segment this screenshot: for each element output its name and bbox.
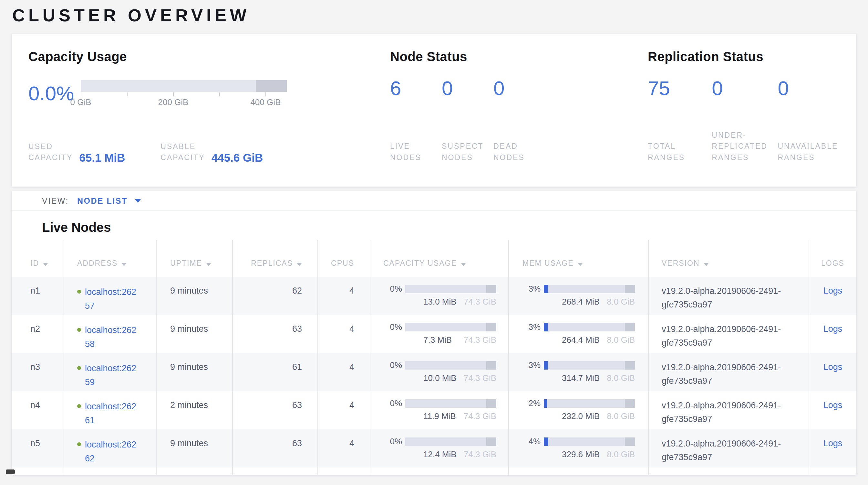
node-capacity-usage: 0% 7.3 MiB 74.3 GiB: [370, 315, 508, 353]
node-address-link[interactable]: localhost:26262: [77, 438, 139, 465]
capacity-axis-ticks: [81, 92, 287, 97]
sort-icon: [43, 263, 48, 266]
node-address-link[interactable]: localhost:26261: [77, 400, 139, 427]
view-bar: VIEW: NODE LIST: [11, 191, 857, 211]
usable-capacity-value: 445.6 GiB: [212, 152, 263, 164]
unavailable-ranges-label: UNAVAILABLE RANGES: [778, 141, 855, 163]
node-uptime: 9 minutes: [156, 429, 232, 467]
node-id: n1: [11, 277, 64, 315]
logs-link[interactable]: Logs: [824, 362, 842, 372]
node-id: n4: [11, 391, 64, 429]
node-capacity-usage: 0% 12.4 MiB 74.3 GiB: [370, 429, 508, 467]
view-dropdown[interactable]: NODE LIST: [77, 196, 128, 206]
node-address-cell: localhost:26257: [64, 277, 156, 315]
node-version: v19.2.0-alpha.20190606-2491-gfe735c9a97: [648, 277, 809, 315]
column-header-capacity-usage[interactable]: CAPACITY USAGE: [370, 240, 508, 277]
under-replicated-ranges-value: 0: [712, 78, 768, 98]
node-replicas: 63: [232, 391, 317, 429]
logs-link[interactable]: Logs: [824, 400, 842, 410]
used-capacity-stat: USED CAPACITY 65.1 MiB: [28, 141, 125, 163]
node-cpus: 4: [317, 277, 370, 315]
node-mem-usage: 3% 314.7 MiB 8.0 GiB: [508, 353, 648, 391]
capacity-meter: [405, 323, 496, 332]
suspect-nodes-value: 0: [442, 78, 484, 98]
live-status-icon: [77, 404, 81, 408]
node-cpus: 4: [317, 315, 370, 353]
node-uptime: 9 minutes: [156, 315, 232, 353]
node-logs-cell: Logs: [809, 391, 857, 429]
capacity-bar-dark-segment: [256, 80, 287, 92]
live-status-icon: [77, 328, 81, 332]
node-capacity-usage: 0% 11.9 MiB 74.3 GiB: [370, 391, 508, 429]
column-header-address[interactable]: ADDRESS: [64, 240, 156, 277]
node-id: n3: [11, 353, 64, 391]
view-label: VIEW:: [42, 196, 69, 206]
sort-icon: [578, 263, 583, 266]
node-id: n5: [11, 429, 64, 467]
node-cpus: 4: [317, 391, 370, 429]
unavailable-ranges-value: 0: [778, 78, 855, 98]
node-address-cell: localhost:26258: [64, 315, 156, 353]
node-address-link[interactable]: localhost:26259: [77, 362, 139, 389]
scrollbar-thumb[interactable]: [6, 469, 15, 474]
logs-link[interactable]: Logs: [824, 438, 842, 448]
under-replicated-ranges-stat: 0 UNDER-REPLICATED RANGES: [712, 78, 768, 163]
capacity-meter: [405, 399, 496, 408]
node-capacity-usage: 0% 13.0 MiB 74.3 GiB: [370, 277, 508, 315]
mem-meter: [544, 361, 635, 370]
node-logs-cell: Logs: [809, 315, 857, 353]
live-nodes-stat: 6 LIVE NODES: [390, 78, 432, 163]
used-capacity-label: USED CAPACITY: [28, 141, 73, 163]
logs-link[interactable]: Logs: [824, 286, 842, 295]
column-header-replicas[interactable]: REPLICAS: [232, 240, 317, 277]
mem-meter: [544, 437, 635, 446]
mem-meter: [544, 323, 635, 332]
node-replicas: 63: [232, 315, 317, 353]
table-header-row: ID ADDRESS UPTIME REPLICAS CPUS CAPACITY…: [11, 240, 857, 277]
chevron-down-icon[interactable]: [135, 199, 141, 203]
node-status-title: Node Status: [390, 50, 629, 64]
total-ranges-stat: 75 TOTAL RANGES: [648, 78, 702, 163]
table-row: n4 localhost:26261 2 minutes 63 4 0% 11.…: [11, 391, 857, 429]
column-header-mem-usage[interactable]: MEM USAGE: [508, 240, 648, 277]
used-capacity-value: 65.1 MiB: [79, 152, 125, 164]
live-status-icon: [77, 442, 81, 446]
suspect-nodes-stat: 0 SUSPECT NODES: [442, 78, 484, 163]
node-address-cell: localhost:26261: [64, 391, 156, 429]
under-replicated-ranges-label: UNDER-REPLICATED RANGES: [712, 130, 768, 163]
column-header-version[interactable]: VERSION: [648, 240, 809, 277]
node-mem-usage: 4% 329.6 MiB 8.0 GiB: [508, 429, 648, 467]
usable-capacity-label: USABLE CAPACITY: [160, 141, 205, 163]
table-body: n1 localhost:26257 9 minutes 62 4 0% 13.…: [11, 277, 857, 475]
node-mem-usage: 3% 268.4 MiB 8.0 GiB: [508, 277, 648, 315]
axis-label-200: 200 GiB: [158, 97, 188, 107]
node-address-cell: localhost:26259: [64, 353, 156, 391]
logs-link[interactable]: Logs: [824, 324, 842, 334]
node-cpus: 4: [317, 353, 370, 391]
node-address-link[interactable]: localhost:26257: [77, 285, 139, 313]
table-row: n3 localhost:26259 9 minutes 61 4 0% 10.…: [11, 353, 857, 391]
node-address-link[interactable]: localhost:26258: [77, 323, 139, 351]
column-header-cpus: CPUS: [317, 240, 370, 277]
suspect-nodes-label: SUSPECT NODES: [442, 141, 484, 163]
column-header-uptime[interactable]: UPTIME: [156, 240, 232, 277]
unavailable-ranges-stat: 0 UNAVAILABLE RANGES: [778, 78, 855, 163]
usable-capacity-stat: USABLE CAPACITY 445.6 GiB: [160, 141, 263, 163]
node-replicas: 63: [232, 429, 317, 467]
page-title: CLUSTER OVERVIEW: [12, 5, 250, 25]
node-status-panel: Node Status 6 LIVE NODES 0 SUSPECT NODES…: [390, 50, 629, 163]
sort-icon: [461, 263, 466, 266]
node-replicas: 62: [232, 277, 317, 315]
live-status-icon: [77, 290, 81, 293]
replication-status-title: Replication Status: [648, 50, 855, 64]
live-nodes-value: 6: [390, 78, 432, 98]
table-row: n2 localhost:26258 9 minutes 63 4 0% 7.3…: [11, 315, 857, 353]
mem-meter: [544, 399, 635, 408]
table-row-partial: [11, 467, 857, 475]
node-version: v19.2.0-alpha.20190606-2491-gfe735c9a97: [648, 353, 809, 391]
capacity-meter: [405, 285, 496, 293]
live-nodes-title: Live Nodes: [42, 220, 857, 235]
node-version: v19.2.0-alpha.20190606-2491-gfe735c9a97: [648, 391, 809, 429]
column-header-id[interactable]: ID: [11, 240, 64, 277]
node-capacity-usage: 0% 10.0 MiB 74.3 GiB: [370, 353, 508, 391]
